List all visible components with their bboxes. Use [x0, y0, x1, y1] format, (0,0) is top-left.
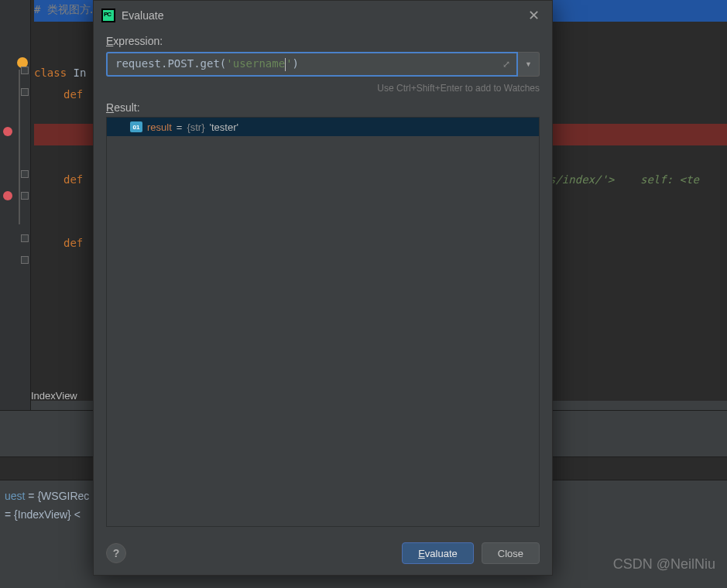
result-value: 'tester': [210, 121, 238, 133]
fold-toggle[interactable]: [21, 256, 29, 264]
code-line: def: [63, 232, 90, 254]
equals-sign: =: [177, 121, 183, 133]
editor-gutter: [0, 0, 31, 410]
pycharm-icon: [101, 9, 115, 22]
close-icon[interactable]: ✕: [523, 5, 544, 26]
expression-input[interactable]: request.POST.get('username') ⤢: [106, 52, 518, 77]
result-label: Result:: [106, 101, 540, 114]
fold-toggle[interactable]: [21, 170, 29, 178]
result-row[interactable]: 01 result = {str} 'tester': [107, 118, 539, 136]
expand-icon[interactable]: ⤢: [502, 59, 510, 70]
history-dropdown[interactable]: ▼: [518, 52, 540, 77]
breadcrumb-tab[interactable]: IndexView: [0, 385, 77, 407]
expression-label: Expression:: [106, 35, 540, 47]
code-line: def: [63, 84, 90, 105]
dialog-titlebar[interactable]: Evaluate ✕: [94, 1, 552, 30]
breakpoint-icon[interactable]: [3, 191, 12, 200]
fold-toggle[interactable]: [21, 234, 29, 242]
fold-line: [19, 70, 20, 224]
watermark: CSDN @NeilNiu: [613, 556, 715, 573]
breakpoint-icon[interactable]: [3, 127, 12, 136]
dialog-title: Evaluate: [122, 9, 163, 22]
fold-toggle[interactable]: [21, 88, 29, 96]
inline-hint: s/index/'> self: <te: [549, 169, 699, 190]
value-type-icon: 01: [130, 121, 142, 132]
result-tree[interactable]: 01 result = {str} 'tester': [106, 117, 540, 527]
fold-toggle[interactable]: [21, 192, 29, 200]
code-line: class In: [34, 62, 86, 84]
help-button[interactable]: ?: [106, 543, 126, 563]
expression-text: request.POST.get('username'): [115, 57, 299, 71]
code-line: def: [63, 169, 90, 190]
result-type: {str}: [187, 121, 204, 133]
result-name: result: [147, 121, 172, 133]
evaluate-dialog: Evaluate ✕ Expression: request.POST.get(…: [93, 0, 553, 576]
fold-toggle[interactable]: [21, 67, 29, 74]
close-button[interactable]: Close: [482, 542, 540, 564]
evaluate-button[interactable]: Evaluate: [402, 542, 474, 564]
shortcut-hint: Use Ctrl+Shift+Enter to add to Watches: [106, 83, 540, 94]
